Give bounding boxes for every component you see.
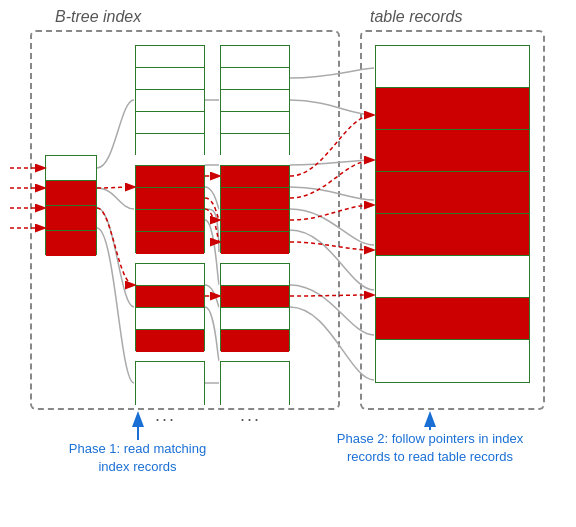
leaf-col-4 <box>135 361 205 405</box>
leaf-col-r4 <box>220 361 290 405</box>
phase1-label: Phase 1: read matching index records <box>55 440 220 476</box>
leaf-col-1 <box>135 45 205 155</box>
leaf-col-2 <box>135 165 205 253</box>
leaf-col-r1 <box>220 45 290 155</box>
dots: ... <box>155 405 176 426</box>
phase2-label: Phase 2: follow pointers in index record… <box>330 430 530 466</box>
btree-title: B-tree index <box>55 8 141 26</box>
leaf-col-r2 <box>220 165 290 253</box>
diagram-container: B-tree index table records <box>0 0 576 527</box>
leaf-col-r3 <box>220 263 290 351</box>
table-records <box>375 45 530 383</box>
table-title: table records <box>370 8 463 26</box>
phase1-text: Phase 1: read matching index records <box>69 441 206 474</box>
root-node <box>45 155 97 255</box>
dots2: ... <box>240 405 261 426</box>
phase2-text: Phase 2: follow pointers in index record… <box>337 431 523 464</box>
leaf-col-3 <box>135 263 205 351</box>
